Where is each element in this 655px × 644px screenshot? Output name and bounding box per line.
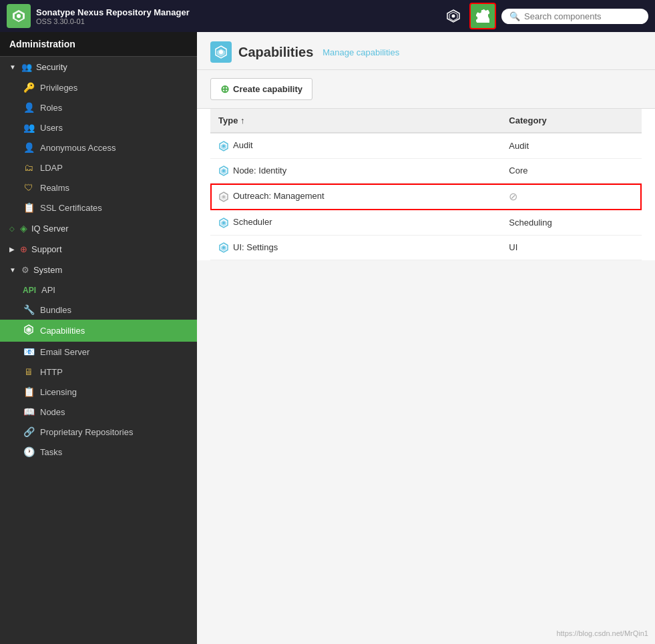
sidebar-item-anonymous-access[interactable]: 👤 Anonymous Access <box>0 137 197 157</box>
sidebar-item-http[interactable]: 🖥 HTTP <box>0 362 197 382</box>
sidebar-item-tasks[interactable]: 🕐 Tasks <box>0 442 197 462</box>
topbar: Sonatype Nexus Repository Manager OSS 3.… <box>0 0 655 32</box>
category-column-header[interactable]: Category <box>501 109 642 133</box>
logo-icon <box>7 4 31 28</box>
svg-point-5 <box>452 15 455 18</box>
sidebar-section-iq-server[interactable]: ◇ ◈ IQ Server <box>0 218 197 239</box>
sidebar-item-api[interactable]: API API <box>0 280 197 300</box>
sidebar-section-system[interactable]: ▼ ⚙ System <box>0 260 197 280</box>
type-column-header[interactable]: Type ↑ <box>210 109 501 133</box>
iq-server-label: IQ Server <box>31 224 69 234</box>
category-cell: Audit <box>501 133 642 158</box>
type-cell: Scheduler <box>210 210 501 236</box>
security-section-icon: 👥 <box>21 62 32 72</box>
capabilities-header-icon <box>210 41 232 63</box>
sidebar-item-label: Realms <box>40 183 69 193</box>
topbar-icons <box>441 3 496 29</box>
content-area: Capabilities Manage capabilities ⊕ Creat… <box>197 32 655 644</box>
sidebar-item-users[interactable]: 👥 Users <box>0 117 197 137</box>
sidebar-item-label: Users <box>40 123 63 133</box>
support-label: Support <box>31 244 62 254</box>
bundles-icon: 🔧 <box>23 304 35 315</box>
toolbar: ⊕ Create capability <box>197 70 655 109</box>
create-capability-button[interactable]: ⊕ Create capability <box>210 78 312 100</box>
svg-point-17 <box>222 170 225 172</box>
svg-point-20 <box>222 196 225 198</box>
search-input[interactable] <box>524 11 631 21</box>
sidebar-item-label: Nodes <box>40 407 65 417</box>
watermark: https://blog.csdn.net/MrQin1 <box>556 629 648 637</box>
sidebar-item-roles[interactable]: 👤 Roles <box>0 97 197 117</box>
admin-gear-button[interactable] <box>469 3 496 29</box>
sidebar-item-proprietary-repos[interactable]: 🔗 Proprietary Repositories <box>0 422 197 442</box>
http-icon: 🖥 <box>23 366 35 377</box>
app-logo: Sonatype Nexus Repository Manager OSS 3.… <box>7 4 190 28</box>
type-cell: UI: Settings <box>210 235 501 260</box>
type-cell: Outreach: Management <box>210 184 501 210</box>
category-cell: Scheduling <box>501 210 642 236</box>
sidebar-item-licensing[interactable]: 📋 Licensing <box>0 382 197 402</box>
sidebar-item-label: Privileges <box>40 83 77 93</box>
main-layout: Administration ▼ 👥 Security 🔑 Privileges… <box>0 32 655 644</box>
table-header-row: Type ↑ Category <box>210 109 642 133</box>
category-cell: UI <box>501 235 642 260</box>
svg-point-14 <box>222 145 225 147</box>
sidebar-item-ldap[interactable]: 🗂 LDAP <box>0 157 197 178</box>
sidebar-section-security[interactable]: ▼ 👥 Security <box>0 57 197 77</box>
svg-point-26 <box>222 246 225 249</box>
iq-icon: ◈ <box>20 223 27 234</box>
svg-point-23 <box>222 222 225 224</box>
sidebar-item-label: LDAP <box>40 163 63 173</box>
content-header: Capabilities Manage capabilities <box>197 32 655 70</box>
sidebar-item-label: SSL Certificates <box>40 203 102 213</box>
logo-text: Sonatype Nexus Repository Manager OSS 3.… <box>36 7 190 25</box>
search-icon: 🔍 <box>509 11 520 21</box>
sidebar-item-nodes[interactable]: 📖 Nodes <box>0 402 197 422</box>
sidebar-item-bundles[interactable]: 🔧 Bundles <box>0 300 197 320</box>
table-row[interactable]: SchedulerScheduling <box>210 210 642 236</box>
app-version: OSS 3.30.0-01 <box>36 17 190 25</box>
users-icon: 👥 <box>23 122 35 133</box>
chevron-right-icon2: ▶ <box>9 246 15 253</box>
system-label: System <box>33 265 62 275</box>
app-title: Sonatype Nexus Repository Manager <box>36 7 190 17</box>
sidebar-item-label: HTTP <box>40 367 63 377</box>
sidebar-item-label: Licensing <box>40 387 77 397</box>
sidebar-item-ssl-certificates[interactable]: 📋 SSL Certificates <box>0 198 197 218</box>
chevron-down-icon: ▼ <box>9 63 16 71</box>
sidebar-item-capabilities[interactable]: Capabilities <box>0 320 197 342</box>
api-icon: API <box>23 286 36 295</box>
capabilities-table: Type ↑ Category AuditAudit Node: Identit… <box>210 109 642 260</box>
chevron-right-icon: ◇ <box>9 225 15 232</box>
sidebar-item-label: API <box>41 285 55 295</box>
table-row[interactable]: Outreach: Management⊘ <box>210 184 642 210</box>
table-row[interactable]: UI: SettingsUI <box>210 235 642 260</box>
support-icon: ⊕ <box>20 244 27 254</box>
sidebar-item-label: Capabilities <box>40 326 85 336</box>
sidebar-item-email-server[interactable]: 📧 Email Server <box>0 342 197 362</box>
capabilities-table-container: Type ↑ Category AuditAudit Node: Identit… <box>197 109 655 260</box>
shield-icon: 🛡 <box>23 182 35 193</box>
sidebar-item-label: Tasks <box>40 447 62 457</box>
sidebar-header: Administration <box>0 32 197 57</box>
repos-icon: 🔗 <box>23 426 35 437</box>
sidebar-item-realms[interactable]: 🛡 Realms <box>0 178 197 198</box>
tasks-icon: 🕐 <box>23 446 35 457</box>
capabilities-icon <box>23 324 35 337</box>
browse-button[interactable] <box>441 4 465 28</box>
table-row[interactable]: AuditAudit <box>210 133 642 158</box>
security-section-label: Security <box>36 62 67 72</box>
sidebar-item-privileges[interactable]: 🔑 Privileges <box>0 77 197 97</box>
ldap-icon: 🗂 <box>23 162 35 173</box>
type-cell: Audit <box>210 133 501 158</box>
page-title: Capabilities <box>238 45 313 60</box>
sidebar: Administration ▼ 👥 Security 🔑 Privileges… <box>0 32 197 644</box>
manage-capabilities-link[interactable]: Manage capabilities <box>322 47 399 57</box>
anonymous-icon: 👤 <box>23 142 35 153</box>
table-row[interactable]: Node: IdentityCore <box>210 158 642 184</box>
sidebar-section-support[interactable]: ▶ ⊕ Support <box>0 239 197 260</box>
search-bar[interactable]: 🔍 <box>501 9 648 24</box>
chevron-down-icon2: ▼ <box>9 266 16 274</box>
svg-point-11 <box>219 50 223 54</box>
system-icon: ⚙ <box>21 265 29 275</box>
